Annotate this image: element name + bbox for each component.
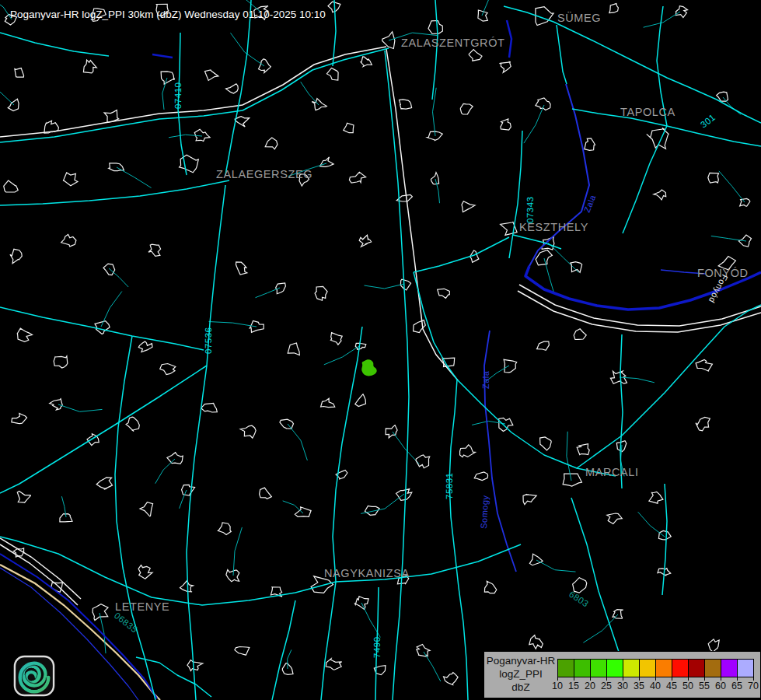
minor-road-path xyxy=(711,236,746,241)
road-path xyxy=(553,22,689,87)
settlement-outline xyxy=(708,639,719,652)
minor-road-path xyxy=(365,284,405,289)
minor-road-path xyxy=(0,71,14,105)
settlement-outline xyxy=(280,419,294,429)
settlement-outline xyxy=(327,68,339,80)
settlement-outline xyxy=(563,474,581,486)
settlement-outline xyxy=(160,364,176,375)
settlement-outline xyxy=(276,283,286,294)
settlement-outline xyxy=(571,262,582,273)
minor-road-path xyxy=(638,512,665,537)
scale-tick-label: 35 xyxy=(631,681,647,691)
settlement-outline xyxy=(400,100,412,109)
settlement-outline xyxy=(235,117,249,127)
dbz-swatch xyxy=(557,659,574,677)
dbz-swatch xyxy=(737,659,754,677)
road-path xyxy=(667,126,761,146)
scale-tick-label: 65 xyxy=(729,681,745,691)
dbz-swatch xyxy=(639,659,656,677)
road-path xyxy=(187,185,225,700)
weather-app-logo[interactable] xyxy=(13,655,55,697)
settlement-outline xyxy=(180,581,194,592)
road-number-label: 07536 xyxy=(204,327,213,354)
settlement-outline xyxy=(187,660,203,671)
city-label: NAGYKANIZSA xyxy=(324,567,410,579)
dbz-swatch xyxy=(704,659,721,677)
settlement-outline xyxy=(321,398,335,408)
settlement-outline xyxy=(126,417,139,431)
scale-tick-label: 70 xyxy=(745,681,761,691)
settlement-outline xyxy=(444,673,459,685)
settlement-outline xyxy=(54,356,68,368)
settlement-outline xyxy=(235,647,250,656)
settlement-outline xyxy=(540,437,552,450)
minor-road-path xyxy=(109,268,128,287)
settlement-outline xyxy=(326,659,341,670)
settlement-outline xyxy=(320,157,334,167)
settlement-outline xyxy=(15,68,24,78)
road-path xyxy=(333,0,336,66)
settlement-outline xyxy=(349,172,365,183)
minor-road-path xyxy=(524,105,544,143)
city-label: TAPOLCA xyxy=(620,106,675,118)
settlement-outline xyxy=(201,403,218,412)
settlement-outline xyxy=(649,492,663,503)
settlement-outline xyxy=(577,444,589,455)
scale-tick-label: 15 xyxy=(566,681,581,691)
scale-tick-label: 60 xyxy=(713,681,728,691)
road-path xyxy=(457,380,616,476)
settlement-outline xyxy=(499,418,513,431)
road-path xyxy=(414,237,509,272)
settlement-outline xyxy=(236,262,247,275)
settlement-outline xyxy=(288,343,299,355)
road-path xyxy=(0,366,207,493)
settlement-outline xyxy=(355,343,366,349)
scale-tick-label: 30 xyxy=(615,681,630,691)
minor-road-path xyxy=(58,404,103,411)
minor-road-path xyxy=(117,167,152,188)
settlement-outline xyxy=(529,635,543,649)
road-path xyxy=(0,307,204,350)
minor-road-path xyxy=(482,0,496,16)
settlement-outline xyxy=(523,494,536,504)
settlement-outline xyxy=(740,198,750,206)
settlement-outline xyxy=(609,4,619,13)
road-path xyxy=(321,582,336,700)
minor-road-path xyxy=(288,424,307,460)
railway-path xyxy=(0,47,386,137)
settlement-outline xyxy=(17,328,32,341)
settlement-outline xyxy=(529,554,543,565)
minor-road-path xyxy=(719,171,745,202)
dbz-swatch xyxy=(688,659,705,677)
settlement-outline xyxy=(240,425,256,438)
road-path xyxy=(623,126,667,233)
settlement-outline xyxy=(696,360,712,372)
dbz-swatch xyxy=(590,659,607,677)
dbz-color-scale: 10152025303540455055606570 xyxy=(557,652,760,698)
river-name-label: Somogy xyxy=(479,495,490,529)
road-path xyxy=(0,33,109,56)
settlement-outline xyxy=(182,485,195,495)
road-path xyxy=(432,0,438,100)
legend-text: Poganyvar-HR logZ_PPI dbZ xyxy=(484,652,557,698)
radar-map: SÜMEGZALASZENTGRÓTTAPOLCAZALAEGERSZEGKES… xyxy=(0,0,761,700)
settlement-outline xyxy=(708,173,719,183)
dbz-swatch xyxy=(623,659,640,677)
minor-road-path xyxy=(209,322,257,327)
settlement-outline xyxy=(654,190,666,200)
scale-tick-label: 25 xyxy=(599,681,614,691)
settlement-outline xyxy=(417,645,430,657)
minor-road-path xyxy=(301,82,319,105)
settlement-outline xyxy=(148,244,161,256)
settlement-outline xyxy=(536,341,549,350)
spiral-logo-icon xyxy=(13,655,55,697)
railway-path xyxy=(0,538,81,599)
scale-tick-label: 20 xyxy=(582,681,598,691)
road-number-label: 301 xyxy=(699,112,717,129)
river-path xyxy=(484,331,516,572)
road-number-label: 75831 xyxy=(445,473,454,499)
legend-station: Poganyvar-HR xyxy=(487,655,556,668)
settlement-outline xyxy=(536,250,552,265)
settlement-outline xyxy=(344,123,354,132)
settlement-outline xyxy=(428,21,442,34)
